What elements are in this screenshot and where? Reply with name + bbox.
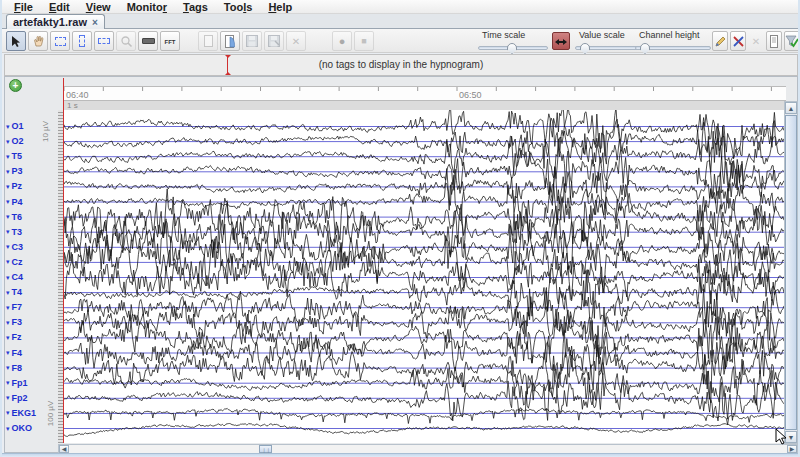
channel-label-f8[interactable]: ▾F8	[6, 362, 58, 373]
tab-close-icon[interactable]: ×	[92, 18, 98, 27]
slider-label: Time scale	[482, 30, 548, 40]
close-document-icon: ✕	[292, 36, 300, 47]
ruler-button[interactable]	[138, 31, 158, 51]
channel-collapse-icon[interactable]: ▾	[6, 349, 10, 356]
mouse-cursor	[773, 428, 789, 446]
menu-tags[interactable]: Tags	[175, 1, 216, 13]
channel-collapse-icon[interactable]: ▾	[6, 168, 10, 175]
channel-collapse-icon[interactable]: ▾	[6, 319, 10, 326]
page-preview-icon	[224, 35, 237, 48]
channel-label-o2[interactable]: ▾O2	[6, 136, 58, 147]
pan-hand-icon	[32, 35, 45, 48]
select-column-button[interactable]	[72, 31, 92, 51]
time-label: 06:50	[459, 90, 482, 100]
signal-plot-area[interactable]	[64, 110, 785, 443]
time-scale-slider[interactable]: Time scale	[478, 30, 548, 50]
channel-label-f4[interactable]: ▾F4	[6, 347, 58, 358]
channel-name: Fp2	[12, 393, 28, 403]
channel-height-slider[interactable]: Channel height	[635, 30, 711, 50]
edit-tag-button[interactable]	[712, 31, 728, 51]
channel-collapse-icon[interactable]: ▾	[6, 425, 10, 432]
channel-collapse-icon[interactable]: ▾	[6, 258, 10, 265]
add-tag-button[interactable]: +	[9, 79, 22, 92]
channel-collapse-icon[interactable]: ▾	[6, 304, 10, 311]
channel-label-p4[interactable]: ▾P4	[6, 196, 58, 207]
channel-collapse-icon[interactable]: ▾	[6, 409, 10, 416]
select-column-icon	[79, 35, 85, 47]
channel-label-f7[interactable]: ▾F7	[6, 302, 58, 313]
page-blank-icon	[204, 35, 213, 47]
select-rect-button[interactable]	[50, 31, 70, 51]
record-button: ●	[332, 31, 352, 51]
filter-tags-button[interactable]	[784, 31, 800, 51]
hypnogram-position-marker[interactable]	[227, 56, 228, 74]
channel-collapse-icon[interactable]: ▾	[6, 289, 10, 296]
select-row-button[interactable]	[94, 31, 114, 51]
slider-thumb[interactable]	[580, 43, 590, 54]
select-arrow-button[interactable]	[6, 31, 26, 51]
menu-edit[interactable]: Edit	[41, 1, 78, 13]
slider-track[interactable]	[478, 46, 548, 50]
channel-name: Fz	[12, 332, 22, 342]
horizontal-scroll-thumb[interactable]	[259, 445, 272, 453]
channel-label-fz[interactable]: ▾Fz	[6, 332, 58, 343]
zoom-button	[116, 31, 136, 51]
channel-collapse-icon[interactable]: ▾	[6, 243, 10, 250]
channel-collapse-icon[interactable]: ▾	[6, 183, 10, 190]
pan-hand-button[interactable]	[28, 31, 48, 51]
channel-label-c4[interactable]: ▾C4	[6, 272, 58, 283]
channel-label-cz[interactable]: ▾Cz	[6, 256, 58, 267]
channel-label-p3[interactable]: ▾P3	[6, 166, 58, 177]
fft-button[interactable]: FFT	[160, 31, 180, 51]
page-preview-button[interactable]	[220, 31, 240, 51]
channel-collapse-icon[interactable]: ▾	[6, 334, 10, 341]
vertical-scroll-thumb[interactable]	[785, 115, 797, 430]
channel-label-t4[interactable]: ▾T4	[6, 287, 58, 298]
channel-label-o1[interactable]: ▾O1	[6, 121, 58, 132]
menu-file[interactable]: File	[6, 1, 41, 13]
channel-collapse-icon[interactable]: ▾	[6, 364, 10, 371]
slider-thumb[interactable]	[507, 43, 517, 54]
tag-document-icon	[768, 35, 780, 48]
slider-track[interactable]	[635, 46, 711, 50]
channel-collapse-icon[interactable]: ▾	[6, 153, 10, 160]
channel-collapse-icon[interactable]: ▾	[6, 198, 10, 205]
channel-label-pz[interactable]: ▾Pz	[6, 181, 58, 192]
channel-collapse-icon[interactable]: ▾	[6, 228, 10, 235]
channel-label-t3[interactable]: ▾T3	[6, 226, 58, 237]
channel-collapse-icon[interactable]: ▾	[6, 394, 10, 401]
channel-label-fp1[interactable]: ▾Fp1	[6, 377, 58, 388]
time-ruler[interactable]: 06:4006:50	[64, 86, 786, 101]
scroll-up-arrow[interactable]: ▲	[785, 102, 797, 114]
vertical-scrollbar[interactable]: ▲ ▼	[784, 101, 798, 444]
channel-collapse-icon[interactable]: ▾	[6, 379, 10, 386]
menu-monitor[interactable]: Monitor	[119, 1, 175, 13]
menu-help[interactable]: Help	[260, 1, 300, 13]
channel-name: T5	[12, 151, 23, 161]
channel-label-t5[interactable]: ▾T5	[6, 151, 58, 162]
scroll-left-arrow[interactable]: ◀	[59, 445, 69, 453]
save-as-button	[264, 31, 284, 51]
menu-tools[interactable]: Tools	[216, 1, 261, 13]
hypnogram-strip[interactable]: (no tags to display in the hypnogram)	[4, 54, 798, 76]
channel-collapse-icon[interactable]: ▾	[6, 213, 10, 220]
channel-name: F3	[12, 317, 23, 327]
channel-collapse-icon[interactable]: ▾	[6, 138, 10, 145]
slider-thumb[interactable]	[640, 43, 650, 54]
menu-view[interactable]: View	[78, 1, 119, 13]
channel-label-c3[interactable]: ▾C3	[6, 241, 58, 252]
channel-collapse-icon[interactable]: ▾	[6, 274, 10, 281]
channel-name: OKO	[12, 423, 33, 433]
channel-label-t6[interactable]: ▾T6	[6, 211, 58, 222]
tab-title: artefakty1.raw	[13, 16, 87, 28]
delete-tag-button: ✕	[748, 31, 764, 51]
channel-label-f3[interactable]: ▾F3	[6, 317, 58, 328]
select-rect-icon	[55, 37, 66, 46]
manage-tags-button[interactable]	[730, 31, 746, 51]
tag-document-button[interactable]	[766, 31, 782, 51]
channel-collapse-icon[interactable]: ▾	[6, 123, 10, 130]
scroll-right-arrow[interactable]: ▶	[787, 445, 797, 453]
tab-artefakty1[interactable]: artefakty1.raw ×	[6, 14, 105, 29]
time-scale-special-button[interactable]	[552, 32, 570, 50]
channel-name: C4	[12, 272, 24, 282]
